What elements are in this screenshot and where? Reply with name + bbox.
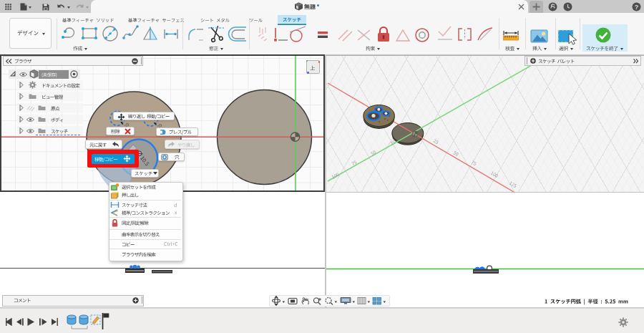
svg-text:?: ? [635,4,639,11]
